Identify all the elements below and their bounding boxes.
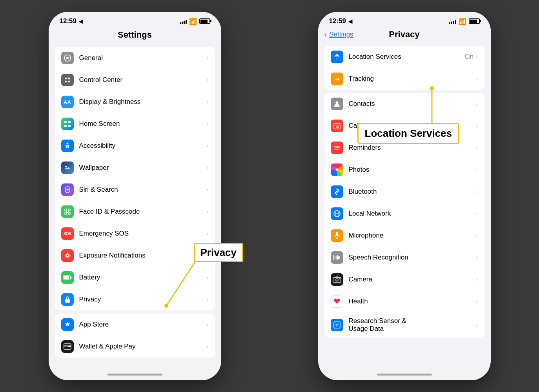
status-bar-left: 12:59 ◀ 📶 [49,12,221,28]
signal-bars [180,19,187,24]
settings-row-home-screen[interactable]: Home Screen › [55,113,215,135]
privacy-nav-bar: ‹ Settings Privacy [318,28,491,43]
health-icon [331,295,343,308]
svg-point-36 [334,146,335,147]
svg-point-56 [339,278,340,279]
settings-row-appstore[interactable]: App Store › [55,314,215,336]
wifi-icon: 📶 [189,18,197,25]
tracking-label: Tracking [349,75,476,83]
settings-row-battery[interactable]: Battery › [55,267,215,289]
location-services-label: Location Services [349,53,465,61]
local-network-icon [331,207,343,220]
svg-rect-23 [71,277,72,279]
settings-row-wallpaper[interactable]: Wallpaper › [55,157,215,179]
location-arrow-right: ◀ [348,18,352,24]
svg-point-20 [65,254,69,258]
settings-row-faceid[interactable]: Face ID & Passcode › [55,201,215,223]
general-label: General [79,54,207,62]
speech-recognition-label: Speech Recognition [349,254,476,261]
signal-bars-right [449,19,456,24]
time-right: 12:59 ◀ [329,17,352,25]
wifi-icon-right: 📶 [459,18,466,25]
general-chevron: › [206,54,208,62]
location-services-icon [331,51,343,63]
display-label: Display & Brightness [79,98,207,106]
control-center-chevron: › [206,76,208,83]
camera-label: Camera [349,276,476,283]
calendars-icon: 10 [331,120,343,132]
settings-row-display[interactable]: AA Display & Brightness › [55,91,215,113]
privacy-callout: Privacy [194,243,244,262]
svg-rect-45 [336,232,338,236]
settings-row-wallet[interactable]: Wallet & Apple Pay › [55,336,215,358]
local-network-row[interactable]: Local Network › [324,203,484,225]
status-icons-left: 📶 [180,18,210,25]
settings-row-sos[interactable]: SOS Emergency SOS › [55,223,215,245]
back-button[interactable]: ‹ Settings [324,30,353,39]
home-screen-icon [61,118,74,130]
sos-label: Emergency SOS [79,230,207,238]
health-row[interactable]: Health › [324,290,484,312]
contacts-label: Contacts [349,100,476,108]
battery-label: Battery [79,274,207,281]
research-label-container: Research Sensor &Usage Data [349,317,476,333]
general-icon [61,52,74,64]
svg-rect-48 [333,255,334,260]
svg-rect-14 [65,209,67,211]
siri-label: Siri & Search [79,186,207,194]
display-icon: AA [61,96,74,108]
location-services-row[interactable]: Location Services On › [324,46,484,68]
faceid-label: Face ID & Passcode [79,208,207,216]
svg-point-12 [65,166,67,167]
settings-row-control-center[interactable]: Control Center › [55,69,215,91]
accessibility-label: Accessibility [79,142,207,150]
svg-rect-8 [64,125,67,127]
microphone-icon [331,229,343,242]
svg-rect-27 [68,346,71,347]
settings-row-general[interactable]: General › [55,47,215,69]
tracking-icon [331,73,343,85]
svg-rect-49 [335,256,335,259]
settings-group-1: General › Control C [55,47,215,310]
research-row[interactable]: Research Sensor &Usage Data › [324,312,484,338]
reminders-icon [331,142,343,154]
camera-row[interactable]: Camera › [324,269,484,290]
appstore-label: App Store [79,321,207,328]
settings-row-privacy[interactable]: Privacy › [55,289,215,310]
settings-row-exposure[interactable]: Exposure Notifications › [55,245,215,267]
location-services-value: On [464,53,473,61]
photos-row[interactable]: Photos › [324,159,484,181]
contacts-row[interactable]: Contacts › [324,93,484,115]
back-chevron-icon: ‹ [324,30,327,39]
svg-point-30 [335,102,338,104]
control-center-label: Control Center [79,76,207,84]
svg-point-10 [66,143,68,145]
tracking-row[interactable]: Tracking › [324,68,484,90]
wallpaper-icon [61,162,74,174]
location-arrow-left: ◀ [79,18,83,24]
microphone-row[interactable]: Microphone › [324,225,484,247]
settings-row-siri[interactable]: Siri & Search › [55,179,215,201]
svg-rect-50 [336,256,337,260]
home-indicator-left [49,368,221,380]
settings-list: General › Control C [49,44,221,368]
svg-point-37 [334,147,335,149]
battery-icon-left [199,18,210,24]
svg-rect-51 [337,255,338,260]
svg-point-4 [65,81,67,83]
exposure-label: Exposure Notifications [79,252,207,260]
privacy-label: Privacy [79,296,207,303]
research-label: Research Sensor &Usage Data [349,317,406,332]
privacy-nav-title: Privacy [389,29,419,40]
svg-point-2 [65,78,67,80]
privacy-list: Location Services On › Tracking › [318,43,491,368]
svg-point-1 [66,57,69,59]
svg-rect-53 [339,256,340,259]
microphone-label: Microphone [349,232,476,240]
speech-recognition-row[interactable]: Speech Recognition › [324,247,484,269]
bluetooth-row[interactable]: Bluetooth › [324,181,484,203]
wallet-icon [61,340,74,353]
svg-rect-9 [68,125,71,127]
settings-row-accessibility[interactable]: Accessibility › [55,135,215,157]
research-icon [331,319,343,331]
